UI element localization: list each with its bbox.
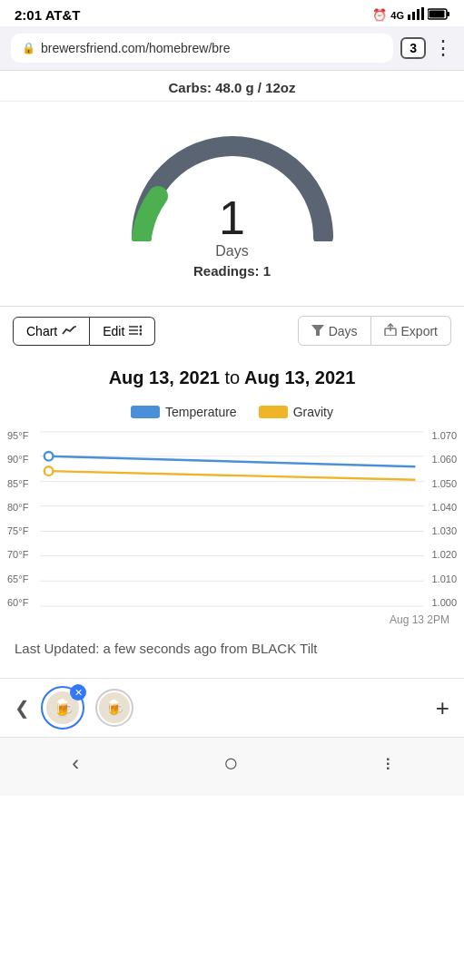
url-text: brewersfriend.com/homebrew/bre bbox=[41, 41, 231, 55]
url-bar[interactable]: 🔒 brewersfriend.com/homebrew/bre bbox=[11, 34, 393, 63]
gravity-color-swatch bbox=[259, 406, 288, 418]
toolbar: Chart Edit bbox=[0, 306, 464, 355]
gauge-container: 1 bbox=[123, 123, 341, 241]
svg-rect-1 bbox=[412, 12, 415, 20]
chart-svg bbox=[40, 428, 424, 610]
legend-gravity: Gravity bbox=[259, 405, 333, 419]
legend-temperature: Temperature bbox=[131, 405, 237, 419]
svg-rect-0 bbox=[408, 15, 410, 20]
page-content: Carbs: 48.0 g / 12oz 1 Days Readings: 1 … bbox=[0, 71, 464, 678]
edit-button[interactable]: Edit bbox=[90, 317, 155, 346]
y-axis-right: 1.070 1.060 1.050 1.040 1.030 1.020 1.01… bbox=[424, 428, 457, 610]
menu-nav-button[interactable]: ⫶ bbox=[383, 753, 392, 774]
more-button[interactable]: ⋮ bbox=[433, 36, 453, 60]
add-tab-button[interactable]: + bbox=[436, 694, 449, 722]
svg-point-26 bbox=[44, 466, 54, 475]
tab-count[interactable]: 3 bbox=[400, 37, 426, 59]
status-bar: 2:01 AT&T ⏰ 4G bbox=[0, 0, 464, 26]
gravity-label: Gravity bbox=[293, 405, 333, 419]
tabs-bar: ❮ 🍺 ✕ 🍺 + bbox=[0, 678, 464, 737]
inactive-tab[interactable]: 🍺 bbox=[95, 689, 133, 727]
tab-back-button[interactable]: ❮ bbox=[15, 697, 30, 719]
days-button[interactable]: Days bbox=[298, 316, 371, 346]
edit-icon bbox=[129, 324, 142, 338]
y-axis-left: 95°F 90°F 85°F 80°F 75°F 70°F 65°F 60°F bbox=[7, 428, 40, 610]
svg-point-25 bbox=[44, 452, 54, 461]
inactive-tab-icon: 🍺 bbox=[99, 692, 130, 723]
active-tab[interactable]: 🍺 ✕ bbox=[41, 686, 84, 730]
carbs-label: Carbs: bbox=[168, 80, 212, 95]
chart-button[interactable]: Chart bbox=[13, 317, 90, 346]
close-tab-badge[interactable]: ✕ bbox=[70, 684, 86, 701]
chart-label: Chart bbox=[26, 324, 57, 338]
chart-wrapper: 95°F 90°F 85°F 80°F 75°F 70°F 65°F 60°F bbox=[7, 428, 457, 610]
chart-legend: Temperature Gravity bbox=[7, 405, 457, 419]
status-time: 2:01 AT&T bbox=[15, 7, 81, 23]
lock-icon: 🔒 bbox=[22, 42, 35, 54]
svg-rect-3 bbox=[421, 7, 424, 20]
chart-icon bbox=[62, 324, 76, 338]
gauge-section: 1 Days Readings: 1 bbox=[0, 102, 464, 288]
home-nav-button[interactable]: ○ bbox=[223, 749, 239, 778]
svg-rect-6 bbox=[429, 10, 445, 17]
readings-label: Readings: bbox=[193, 263, 260, 279]
svg-rect-2 bbox=[417, 9, 420, 20]
status-icons: ⏰ 4G bbox=[372, 7, 449, 23]
svg-rect-5 bbox=[447, 12, 449, 16]
svg-point-13 bbox=[140, 332, 143, 335]
readings-text: Readings: 1 bbox=[193, 263, 271, 279]
back-nav-button[interactable]: ‹ bbox=[72, 750, 79, 776]
toolbar-left: Chart Edit bbox=[13, 317, 155, 346]
export-label: Export bbox=[401, 324, 438, 338]
date-to-label: to bbox=[225, 368, 241, 387]
svg-point-12 bbox=[140, 328, 143, 331]
chart-timestamp: Aug 13 2PM bbox=[7, 613, 457, 626]
chart-area: Temperature Gravity 95°F 90°F 85°F 80°F … bbox=[0, 396, 464, 626]
network-icon: 4G bbox=[390, 10, 404, 21]
edit-label: Edit bbox=[103, 324, 124, 338]
date-to: Aug 13, 2021 bbox=[244, 368, 355, 387]
carbs-row: Carbs: 48.0 g / 12oz bbox=[0, 71, 464, 102]
toolbar-right: Days Export bbox=[298, 316, 451, 346]
gauge-number: 1 bbox=[219, 194, 245, 241]
export-button[interactable]: Export bbox=[371, 316, 451, 346]
gauge-days-label: Days bbox=[215, 243, 248, 260]
readings-value: 1 bbox=[263, 263, 271, 279]
date-range: Aug 13, 2021 to Aug 13, 2021 bbox=[0, 355, 464, 396]
gauge-center: 1 bbox=[219, 194, 245, 241]
temperature-label: Temperature bbox=[165, 405, 237, 419]
svg-point-11 bbox=[140, 325, 143, 328]
export-icon bbox=[384, 323, 397, 338]
last-updated: Last Updated: a few seconds ago from BLA… bbox=[0, 626, 464, 678]
browser-bar: 🔒 brewersfriend.com/homebrew/bre 3 ⋮ bbox=[0, 26, 464, 71]
days-label: Days bbox=[329, 324, 358, 338]
nav-bar: ‹ ○ ⫶ bbox=[0, 737, 464, 796]
alarm-icon: ⏰ bbox=[372, 8, 387, 22]
signal-icon bbox=[408, 7, 424, 23]
temperature-color-swatch bbox=[131, 406, 160, 418]
date-from: Aug 13, 2021 bbox=[109, 368, 220, 387]
filter-icon bbox=[311, 324, 324, 338]
battery-icon bbox=[428, 8, 449, 23]
carbs-value: 48.0 g / 12oz bbox=[215, 80, 295, 95]
svg-marker-14 bbox=[311, 325, 324, 336]
